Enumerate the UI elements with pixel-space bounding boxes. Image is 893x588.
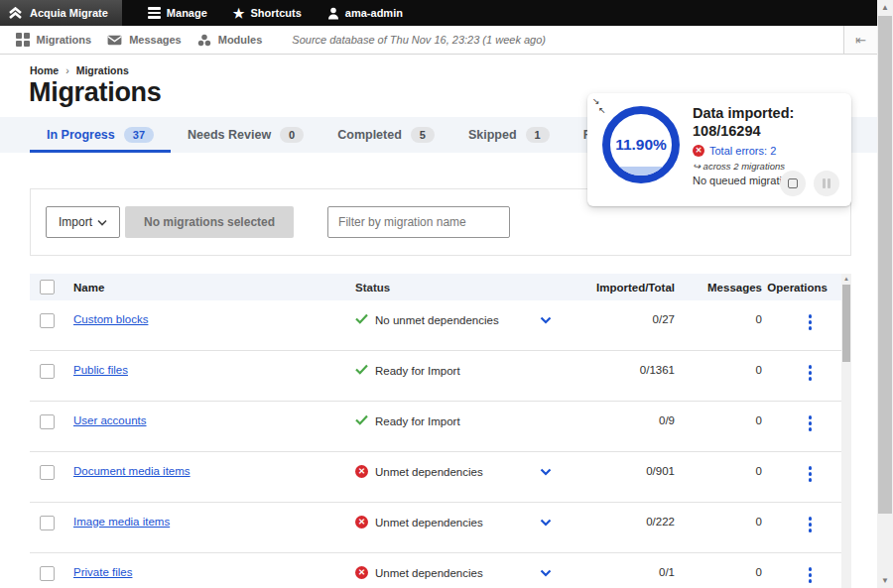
page-scrollbar-thumb[interactable] [878, 16, 892, 514]
table-row: Public files ✕ Ready for Import 0/1361 0 [30, 351, 851, 402]
operations-kebab-icon[interactable] [805, 465, 817, 483]
scroll-up-icon[interactable]: ▲ [877, 0, 893, 15]
migration-filter-input[interactable] [327, 206, 510, 238]
status-text: Unmet dependencies [375, 567, 483, 579]
tab-in-progress[interactable]: In Progress 37 [30, 117, 171, 153]
row-checkbox[interactable] [40, 566, 55, 581]
expand-chevron-icon[interactable] [540, 569, 552, 577]
table-scrollbar[interactable]: ▲ [841, 274, 851, 588]
source-database-note: Source database of Thu Nov 16, 23:23 (1 … [292, 34, 546, 46]
tab-needs-review[interactable]: Needs Review 0 [171, 117, 320, 153]
table-row: Private files ✕ Unmet dependencies 0/1 0 [30, 553, 851, 588]
nav-messages-label: Messages [129, 34, 182, 46]
data-imported-heading: Data imported: 108/16294 [693, 104, 843, 140]
manage-menu[interactable]: Manage [148, 7, 207, 19]
operations-kebab-icon[interactable] [805, 566, 817, 584]
star-icon: ★ [233, 7, 245, 20]
acquia-migrate-brand[interactable]: Acquia Migrate [0, 0, 122, 26]
table-row: Image media items ✕ Unmet dependencies 0… [30, 503, 851, 553]
expand-chevron-icon[interactable] [540, 468, 552, 476]
resize-handle[interactable]: ↘ ↖ [592, 95, 610, 115]
page-title: Migrations [29, 77, 162, 108]
row-checkbox[interactable] [40, 465, 55, 480]
user-menu[interactable]: ama-admin [327, 7, 403, 20]
across-arrow-icon: ↪ [693, 161, 701, 172]
scroll-down-icon[interactable]: ▼ [877, 573, 893, 588]
imported-total-value: 0/1 [564, 566, 675, 578]
breadcrumb-home-link[interactable]: Home [30, 64, 59, 76]
row-checkbox[interactable] [40, 313, 55, 328]
pause-icon [823, 178, 831, 188]
table-row: Document media items ✕ Unmet dependencie… [30, 452, 851, 503]
stop-icon [788, 178, 798, 188]
row-checkbox[interactable] [40, 364, 55, 379]
imported-total-value: 0/222 [564, 516, 675, 528]
menu-icon [148, 7, 161, 19]
select-all-checkbox[interactable] [40, 280, 55, 294]
stop-import-button[interactable] [780, 171, 806, 196]
migration-name-link[interactable]: Image media items [73, 516, 170, 528]
tab-count-badge: 1 [526, 127, 550, 143]
progress-fill [610, 167, 672, 176]
tab-label: Needs Review [188, 128, 271, 142]
check-icon [355, 313, 368, 324]
breadcrumb-separator: › [65, 64, 69, 76]
operations-kebab-icon[interactable] [805, 414, 817, 432]
total-errors-label: Total errors: 2 [709, 145, 776, 157]
migration-name-link[interactable]: Public files [73, 364, 128, 376]
column-header-imported-total: Imported/Total [564, 282, 675, 294]
progress-percent: 11.90% [615, 136, 667, 154]
nav-migrations[interactable]: Migrations [16, 33, 91, 47]
page-scrollbar[interactable]: ▲ ▼ [877, 0, 893, 588]
operations-kebab-icon[interactable] [805, 516, 817, 533]
nav-modules-label: Modules [218, 34, 263, 46]
messages-count: 0 [675, 516, 762, 528]
error-icon: ✕ [693, 145, 704, 157]
shortcuts-menu[interactable]: ★ Shortcuts [233, 7, 302, 20]
messages-count: 0 [675, 414, 762, 426]
table-row: Custom blocks ✕ No unmet dependencies 0/… [30, 300, 851, 351]
migration-name-link[interactable]: User accounts [73, 414, 147, 426]
breadcrumb-current: Migrations [76, 64, 129, 76]
imported-total-value: 0/9 [564, 414, 675, 426]
toolbar-collapse-button[interactable]: ⇤ [843, 26, 877, 54]
status-text: Unmet dependencies [375, 466, 483, 478]
tab-count-badge: 0 [280, 127, 304, 143]
migrate-toolbar: Migrations Messages Modules Source datab… [0, 26, 877, 55]
tab-count-badge: 37 [124, 127, 154, 143]
envelope-icon [107, 35, 122, 46]
expand-chevron-icon[interactable] [540, 316, 552, 324]
selection-status-button[interactable]: No migrations selected [125, 206, 294, 238]
scroll-up-icon[interactable]: ▲ [841, 274, 851, 284]
operations-kebab-icon[interactable] [805, 313, 817, 331]
table-header-row: Name Status Imported/Total Messages Oper… [30, 274, 851, 300]
double-chevron-up-icon [8, 7, 23, 20]
import-dropdown-button[interactable]: Import [46, 206, 120, 238]
tab-skipped[interactable]: Skipped 1 [451, 117, 567, 153]
tab-label: In Progress [47, 128, 115, 142]
admin-toolbar: Acquia Migrate Manage ★ Shortcuts ama-ad… [0, 0, 877, 26]
shortcuts-label: Shortcuts [250, 7, 301, 19]
messages-count: 0 [675, 566, 762, 578]
migration-name-link[interactable]: Private files [73, 566, 132, 578]
tab-completed[interactable]: Completed 5 [320, 117, 451, 153]
user-icon [327, 7, 339, 20]
pause-import-button[interactable] [814, 171, 839, 196]
nav-modules[interactable]: Modules [197, 34, 263, 47]
collapse-icon: ⇤ [855, 33, 866, 48]
migration-name-link[interactable]: Custom blocks [73, 313, 148, 325]
operations-kebab-icon[interactable] [805, 364, 817, 382]
tab-label: Completed [337, 128, 402, 142]
progress-ring: 11.90% [602, 106, 680, 183]
messages-count: 0 [675, 313, 762, 325]
migration-name-link[interactable]: Document media items [73, 465, 191, 477]
status-text: Ready for Import [375, 365, 460, 377]
row-checkbox[interactable] [40, 414, 55, 429]
tab-label: Skipped [468, 128, 517, 142]
total-errors-link[interactable]: ✕ Total errors: 2 [693, 145, 843, 157]
row-checkbox[interactable] [40, 516, 55, 530]
grid-icon [16, 33, 30, 47]
expand-chevron-icon[interactable] [540, 519, 552, 527]
table-scrollbar-thumb[interactable] [842, 285, 850, 362]
nav-messages[interactable]: Messages [107, 34, 182, 46]
